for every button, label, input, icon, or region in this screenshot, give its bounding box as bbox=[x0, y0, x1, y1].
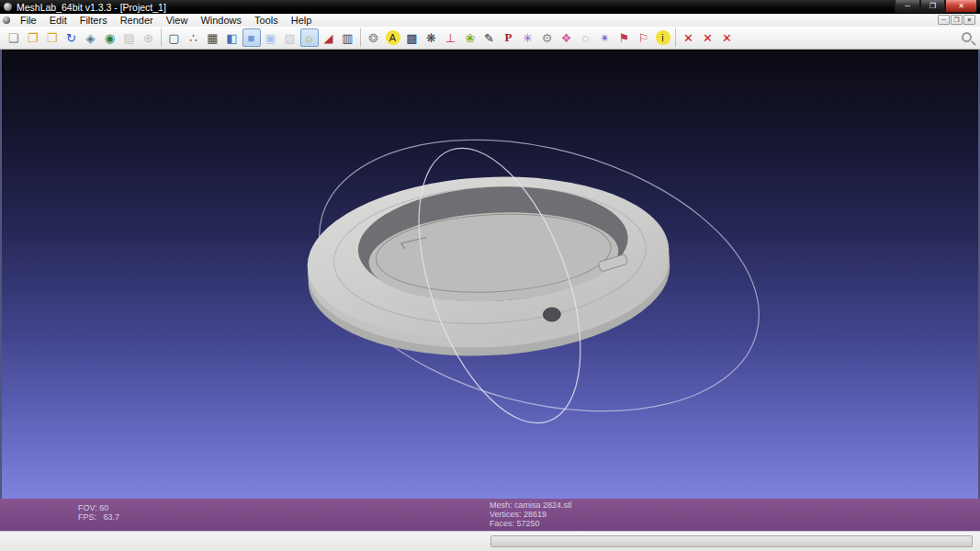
delete-mesh-faces-icon[interactable]: ✕ bbox=[699, 28, 717, 47]
show-trackball-icon[interactable]: ❂ bbox=[365, 28, 383, 47]
render-flat-icon[interactable]: ■ bbox=[242, 28, 261, 47]
face-count: Faces: 57250 bbox=[490, 519, 540, 528]
menu-view[interactable]: View bbox=[160, 14, 195, 27]
menu-edit[interactable]: Edit bbox=[43, 14, 73, 27]
render-smooth-icon[interactable]: ▣ bbox=[262, 28, 280, 47]
mdi-close-button[interactable]: ✕ bbox=[963, 15, 975, 25]
window-title: MeshLab_64bit v1.3.3 - [Project_1] bbox=[17, 2, 166, 13]
mdi-minimize-button[interactable]: ─ bbox=[938, 15, 950, 25]
select-faces-icon[interactable]: ⚑ bbox=[615, 28, 634, 47]
menu-file[interactable]: File bbox=[14, 14, 43, 27]
show-normals-icon[interactable]: ❋ bbox=[422, 28, 441, 47]
delete-mesh-vertices-icon[interactable]: ✕ bbox=[718, 28, 737, 47]
background-grid-icon[interactable]: ▩ bbox=[403, 28, 422, 47]
menu-help[interactable]: Help bbox=[285, 14, 319, 27]
toolbar-group: ✕✕✕ bbox=[675, 28, 737, 47]
gl-canvas bbox=[2, 50, 978, 499]
delete-mesh-icon[interactable]: ✕ bbox=[680, 28, 698, 47]
open-mesh-icon[interactable]: ❐ bbox=[43, 28, 62, 47]
color-tool-icon[interactable]: ❖ bbox=[558, 28, 576, 47]
toolbar-groups: ❏❐❐↻◈◉▤⊕▢∴▦◧■▣▨☼◢▥❂A▩❋⊥❀✎P✳⚙❖◌✴⚑⚐i✕✕✕ bbox=[4, 28, 737, 47]
render-wireframe-icon[interactable]: ▦ bbox=[204, 28, 222, 47]
close-button[interactable]: ✕ bbox=[945, 0, 977, 13]
z-painting-icon[interactable]: ✎ bbox=[480, 28, 499, 47]
select-vertices-icon[interactable]: ◌ bbox=[577, 28, 595, 47]
search-icon[interactable] bbox=[962, 32, 972, 42]
toolbar-group: ❂A▩❋⊥❀✎P✳⚙❖◌✴⚑⚐i bbox=[360, 28, 672, 47]
render-bbox-icon[interactable]: ▢ bbox=[165, 28, 184, 47]
save-mesh-icon[interactable]: ◈ bbox=[82, 28, 100, 47]
fov-fps-readout: FOV: 60 FPS: 63.7 bbox=[78, 503, 119, 522]
mdi-restore-button[interactable]: ❐ bbox=[951, 15, 963, 25]
render-hiddenlines-icon[interactable]: ◧ bbox=[223, 28, 242, 47]
viewport-3d[interactable] bbox=[0, 50, 980, 499]
menu-bar: FileEditFiltersRenderViewWindowsToolsHel… bbox=[0, 14, 980, 27]
render-texture-icon[interactable]: ▨ bbox=[281, 28, 299, 47]
menu-items: FileEditFiltersRenderViewWindowsToolsHel… bbox=[14, 14, 318, 27]
move-selection-icon[interactable]: ⚐ bbox=[635, 28, 653, 47]
fov-value: FOV: 60 bbox=[78, 503, 108, 512]
menu-filters[interactable]: Filters bbox=[73, 14, 114, 27]
menu-render[interactable]: Render bbox=[114, 14, 160, 27]
show-axes-xyz-icon[interactable]: ⊥ bbox=[442, 28, 460, 47]
new-project-icon[interactable]: ❏ bbox=[5, 28, 23, 47]
mesh-info-icon-glyph: i bbox=[656, 30, 670, 45]
show-axis-icon[interactable]: A bbox=[384, 28, 402, 47]
point-picking-icon[interactable]: P bbox=[500, 28, 518, 47]
mesh-name: Mesh: camisa 2824.stl bbox=[490, 500, 572, 510]
fps-value: FPS: 63.7 bbox=[78, 512, 119, 522]
meshlab-window: MeshLab_64bit v1.3.3 - [Project_1] ─❐✕ F… bbox=[0, 0, 980, 551]
menu-windows[interactable]: Windows bbox=[194, 14, 248, 27]
horizontal-scrollbar[interactable] bbox=[490, 535, 973, 547]
backface-cull-icon[interactable]: ◢ bbox=[320, 28, 338, 47]
web-export-icon[interactable]: ⊕ bbox=[140, 28, 158, 47]
layers-dialog-icon[interactable]: ▤ bbox=[120, 28, 139, 47]
mesh-info-icon[interactable]: i bbox=[654, 28, 672, 47]
select-connected-icon[interactable]: ✴ bbox=[596, 28, 614, 47]
viewport-status-bar: FOV: 60 FPS: 63.7 Mesh: camisa 2824.stl … bbox=[0, 499, 980, 531]
double-wire-icon[interactable]: ▥ bbox=[339, 28, 357, 47]
pick-points-icon[interactable]: ❀ bbox=[461, 28, 479, 47]
light-toggle-icon[interactable]: ☼ bbox=[300, 28, 319, 47]
main-toolbar: ❏❐❐↻◈◉▤⊕▢∴▦◧■▣▨☼◢▥❂A▩❋⊥❀✎P✳⚙❖◌✴⚑⚐i✕✕✕ bbox=[0, 27, 980, 50]
project-window-icon bbox=[3, 17, 10, 24]
window-status-strip bbox=[0, 531, 980, 551]
toolbar-group: ❏❐❐↻◈◉▤⊕ bbox=[4, 28, 158, 47]
mdi-window-controls: ─❐✕ bbox=[938, 15, 975, 25]
menu-tools[interactable]: Tools bbox=[248, 14, 285, 27]
vertex-count: Vertices: 28619 bbox=[490, 510, 546, 519]
open-project-icon[interactable]: ❐ bbox=[24, 28, 42, 47]
title-bar[interactable]: MeshLab_64bit v1.3.3 - [Project_1] ─❐✕ bbox=[0, 0, 980, 14]
toolbar-group: ▢∴▦◧■▣▨☼◢▥ bbox=[161, 28, 357, 47]
window-controls: ─❐✕ bbox=[895, 0, 977, 13]
align-tool-icon[interactable]: ⚙ bbox=[538, 28, 557, 47]
meshlab-logo-icon bbox=[4, 3, 12, 11]
vertex-cloud-icon[interactable]: ✳ bbox=[519, 28, 537, 47]
reload-mesh-icon[interactable]: ↻ bbox=[62, 28, 81, 47]
show-axis-icon-glyph: A bbox=[386, 30, 400, 45]
snapshot-icon[interactable]: ◉ bbox=[101, 28, 119, 47]
restore-button[interactable]: ❐ bbox=[920, 0, 945, 13]
minimize-button[interactable]: ─ bbox=[895, 0, 920, 13]
render-points-icon[interactable]: ∴ bbox=[185, 28, 203, 47]
mesh-info-readout: Mesh: camisa 2824.stl Vertices: 28619 Fa… bbox=[490, 500, 572, 528]
